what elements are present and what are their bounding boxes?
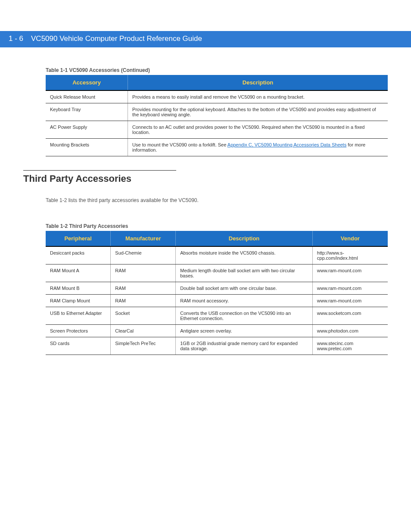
table-row: RAM Mount B RAM Double ball socket arm w… [46,282,388,295]
cell-accessory: Keyboard Tray [46,103,128,121]
cell-peripheral: RAM Mount B [46,282,111,295]
cell-vendor: www.ram-mount.com [312,295,388,307]
cell-description: Absorbs moisture inside the VC5090 chass… [176,246,313,264]
table-row: RAM Clamp Mount RAM RAM mount accessory.… [46,295,388,307]
table-row: AC Power Supply Connects to an AC outlet… [46,121,388,139]
table2-head-description: Description [176,231,313,246]
page-header: 1 - 6 VC5090 Vehicle Computer Product Re… [0,31,411,47]
cell-description: Medium length double ball socket arm wit… [176,264,313,282]
cell-peripheral: USB to Ethernet Adapter [46,307,111,325]
xref-link[interactable]: Appendix C, VC5090 Mounting Accessories … [227,142,346,147]
cell-accessory: Mounting Brackets [46,139,128,156]
table2-caption: Table 1-2 Third Party Accessories [46,223,388,229]
doc-title: VC5090 Vehicle Computer Product Referenc… [31,34,202,43]
section-heading: Third Party Accessories [23,170,176,184]
table1-caption: Table 1-1 VC5090 Accessories (Continued) [46,67,388,73]
table-row: Desiccant packs Sud-Chemie Absorbs moist… [46,246,388,264]
cell-vendor: www.stecinc.com www.pretec.com [312,337,388,355]
cell-vendor: www.photodon.com [312,325,388,337]
desc-text: Use to mount the VC5090 onto a forklift.… [132,142,227,147]
cell-description: RAM mount accessory. [176,295,313,307]
table1-head-accessory: Accessory [46,75,128,90]
cell-manufacturer: SimpleTech PreTec [111,337,176,355]
cell-description: Double ball socket arm with one circular… [176,282,313,295]
cell-vendor: www.socketcom.com [312,307,388,325]
cell-vendor: http://www.s-cpp.com/index.html [312,246,388,264]
cell-description: Connects to an AC outlet and provides po… [128,121,388,139]
table-row: Screen Protectors ClearCal Antiglare scr… [46,325,388,337]
table-row: SD cards SimpleTech PreTec 1GB or 2GB in… [46,337,388,355]
table2-head-vendor: Vendor [312,231,388,246]
accessories-table: Accessory Description Quick Release Moun… [46,75,388,156]
cell-peripheral: RAM Mount A [46,264,111,282]
cell-accessory: AC Power Supply [46,121,128,139]
page-content: Table 1-1 VC5090 Accessories (Continued)… [0,67,411,372]
table2-head-manufacturer: Manufacturer [111,231,176,246]
cell-description: Provides a means to easily install and r… [128,90,388,103]
table1-head-description: Description [128,75,388,90]
cell-manufacturer: Socket [111,307,176,325]
table-row: Quick Release Mount Provides a means to … [46,90,388,103]
page-number: 1 - 6 [9,34,23,43]
table2-head-peripheral: Peripheral [46,231,111,246]
cell-manufacturer: RAM [111,264,176,282]
cell-peripheral: Desiccant packs [46,246,111,264]
cell-description: Antiglare screen overlay. [176,325,313,337]
table-row: USB to Ethernet Adapter Socket Converts … [46,307,388,325]
cell-peripheral: RAM Clamp Mount [46,295,111,307]
table-row: Mounting Brackets Use to mount the VC509… [46,139,388,156]
cell-manufacturer: Sud-Chemie [111,246,176,264]
cell-peripheral: SD cards [46,337,111,355]
cell-manufacturer: ClearCal [111,325,176,337]
section-note: Table 1-2 lists the third party accessor… [46,197,388,203]
cell-description: 1GB or 2GB industrial grade memory card … [176,337,313,355]
table-row: RAM Mount A RAM Medium length double bal… [46,264,388,282]
third-party-table: Peripheral Manufacturer Description Vend… [46,231,388,355]
cell-description: Use to mount the VC5090 onto a forklift.… [128,139,388,156]
cell-peripheral: Screen Protectors [46,325,111,337]
cell-manufacturer: RAM [111,295,176,307]
cell-accessory: Quick Release Mount [46,90,128,103]
cell-description: Converts the USB connection on the VC509… [176,307,313,325]
cell-vendor: www.ram-mount.com [312,264,388,282]
cell-vendor: www.ram-mount.com [312,282,388,295]
cell-description: Provides mounting for the optional keybo… [128,103,388,121]
table-row: Keyboard Tray Provides mounting for the … [46,103,388,121]
cell-manufacturer: RAM [111,282,176,295]
